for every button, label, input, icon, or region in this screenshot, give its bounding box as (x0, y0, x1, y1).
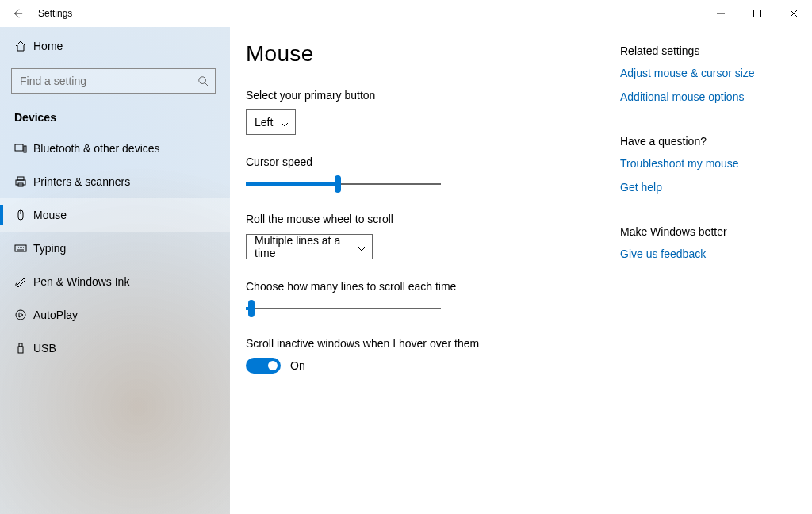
setting-cursor-speed: Cursor speed (246, 155, 611, 192)
setting-scroll-lines: Choose how many lines to scroll each tim… (246, 280, 611, 316)
setting-label: Roll the mouse wheel to scroll (246, 213, 611, 225)
sidebar-item-bluetooth[interactable]: Bluetooth & other devices (0, 132, 230, 165)
printer-icon (14, 175, 33, 188)
sidebar-item-label: Bluetooth & other devices (33, 142, 160, 155)
search-icon (197, 75, 209, 86)
setting-primary-button: Select your primary button Left (246, 89, 611, 135)
home-nav[interactable]: Home (0, 32, 230, 60)
mouse-icon (14, 209, 33, 221)
usb-icon (14, 342, 33, 355)
sidebar-item-mouse[interactable]: Mouse (0, 198, 230, 232)
sidebar-item-printers[interactable]: Printers & scanners (0, 165, 230, 198)
setting-label: Cursor speed (246, 155, 611, 168)
nav-list: Bluetooth & other devices Printers & sca… (0, 132, 230, 365)
minimize-icon (717, 10, 725, 17)
make-windows-better-heading: Make Windows better (620, 225, 793, 238)
maximize-icon (753, 10, 761, 17)
toggle-state-label: On (290, 359, 305, 372)
shell: Home Devices Bluetooth & other devices P… (0, 27, 812, 514)
scroll-mode-dropdown[interactable]: Multiple lines at a time (246, 234, 373, 259)
link-additional-mouse-options[interactable]: Additional mouse options (620, 90, 793, 103)
back-button[interactable] (0, 0, 35, 27)
primary-button-dropdown[interactable]: Left (246, 109, 296, 135)
toggle-knob (268, 361, 278, 370)
home-icon (14, 40, 33, 52)
link-troubleshoot-mouse[interactable]: Troubleshoot my mouse (620, 157, 793, 170)
scroll-lines-slider[interactable] (246, 301, 441, 316)
link-give-feedback[interactable]: Give us feedback (620, 247, 793, 260)
minimize-button[interactable] (703, 0, 739, 27)
related-settings-heading: Related settings (620, 44, 793, 57)
svg-rect-5 (16, 180, 25, 185)
keyboard-icon (14, 242, 33, 255)
dropdown-value: Left (255, 116, 273, 128)
svg-rect-8 (15, 245, 26, 251)
svg-point-1 (199, 77, 206, 84)
search-field[interactable] (11, 68, 216, 94)
have-a-question-heading: Have a question? (620, 135, 793, 148)
arrow-left-icon (12, 8, 23, 19)
right-column: Related settings Adjust mouse & cursor s… (611, 41, 812, 514)
svg-rect-11 (18, 347, 23, 353)
sidebar-item-label: Pen & Windows Ink (33, 275, 129, 288)
related-settings-block: Related settings Adjust mouse & cursor s… (620, 44, 793, 103)
close-button[interactable] (776, 0, 812, 27)
sidebar-item-label: Mouse (33, 209, 67, 221)
setting-hover-scroll: Scroll inactive windows when I hover ove… (246, 337, 611, 374)
pen-icon (14, 275, 33, 288)
sidebar-item-label: USB (33, 342, 56, 355)
chevron-down-icon (358, 243, 366, 251)
svg-rect-0 (754, 10, 761, 17)
setting-label: Select your primary button (246, 89, 611, 102)
sidebar-item-typing[interactable]: Typing (0, 232, 230, 265)
sidebar-item-label: Typing (33, 242, 66, 255)
link-adjust-cursor[interactable]: Adjust mouse & cursor size (620, 67, 793, 79)
main-column: Mouse Select your primary button Left Cu… (230, 41, 611, 514)
sidebar-item-label: Printers & scanners (33, 175, 130, 188)
devices-icon (14, 142, 33, 155)
hover-scroll-toggle[interactable] (246, 358, 281, 374)
page-title: Mouse (246, 41, 611, 67)
svg-rect-10 (19, 343, 22, 347)
setting-scroll-mode: Roll the mouse wheel to scroll Multiple … (246, 213, 611, 259)
home-label: Home (33, 40, 63, 52)
have-a-question-block: Have a question? Troubleshoot my mouse G… (620, 135, 793, 194)
svg-rect-4 (17, 177, 24, 180)
dropdown-value: Multiple lines at a time (255, 234, 350, 259)
search-input[interactable] (20, 75, 197, 87)
close-icon (790, 10, 798, 17)
svg-point-9 (16, 310, 25, 320)
sidebar: Home Devices Bluetooth & other devices P… (0, 27, 230, 514)
window-title: Settings (38, 8, 72, 19)
svg-rect-2 (15, 144, 23, 151)
make-windows-better-block: Make Windows better Give us feedback (620, 225, 793, 260)
autoplay-icon (14, 309, 33, 321)
setting-label: Scroll inactive windows when I hover ove… (246, 337, 611, 350)
cursor-speed-slider[interactable] (246, 176, 441, 192)
chevron-down-icon (281, 118, 289, 126)
svg-rect-3 (24, 146, 26, 152)
setting-label: Choose how many lines to scroll each tim… (246, 280, 611, 293)
titlebar: Settings (0, 0, 812, 27)
sidebar-item-usb[interactable]: USB (0, 332, 230, 365)
sidebar-item-autoplay[interactable]: AutoPlay (0, 298, 230, 332)
content: Mouse Select your primary button Left Cu… (230, 27, 812, 514)
sidebar-section-heading: Devices (0, 94, 230, 132)
maximize-button[interactable] (739, 0, 776, 27)
sidebar-item-pen[interactable]: Pen & Windows Ink (0, 265, 230, 298)
link-get-help[interactable]: Get help (620, 181, 793, 194)
sidebar-item-label: AutoPlay (33, 309, 78, 321)
